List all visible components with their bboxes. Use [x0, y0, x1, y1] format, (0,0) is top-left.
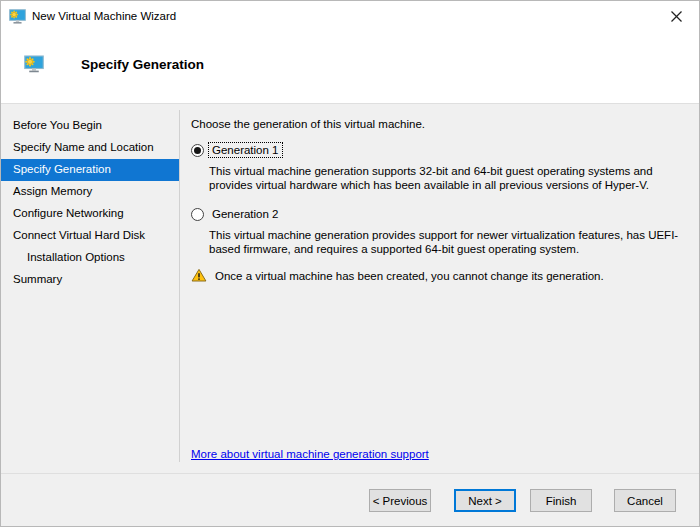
page-title: Specify Generation [81, 57, 204, 72]
close-icon [671, 11, 682, 22]
generation-1-label[interactable]: Generation 1 [209, 143, 282, 157]
wizard-footer: < Previous Next > Finish Cancel [1, 473, 699, 527]
generation-1-description: This virtual machine generation supports… [209, 165, 687, 192]
page-instruction: Choose the generation of this virtual ma… [191, 118, 687, 130]
sidebar-item-before-you-begin[interactable]: Before You Begin [1, 115, 179, 137]
generation-2-label[interactable]: Generation 2 [209, 207, 282, 221]
generation-2-radio[interactable] [191, 208, 204, 221]
app-icon [9, 8, 26, 25]
more-about-generation-link[interactable]: More about virtual machine generation su… [191, 448, 429, 460]
sidebar-item-configure-networking[interactable]: Configure Networking [1, 203, 179, 225]
sidebar-item-summary[interactable]: Summary [1, 269, 179, 291]
wizard-window: New Virtual Machine Wizard Specify Gener… [0, 0, 700, 527]
cancel-button[interactable]: Cancel [614, 489, 676, 512]
titlebar: New Virtual Machine Wizard [1, 1, 699, 31]
warning-text: Once a virtual machine has been created,… [215, 270, 604, 282]
close-button[interactable] [653, 1, 699, 31]
window-title: New Virtual Machine Wizard [32, 10, 176, 22]
generation-2-description: This virtual machine generation provides… [209, 229, 687, 256]
sidebar-item-connect-virtual-hard-disk[interactable]: Connect Virtual Hard Disk [1, 225, 179, 247]
sidebar-item-specify-name-and-location[interactable]: Specify Name and Location [1, 137, 179, 159]
wizard-steps-sidebar: Before You Begin Specify Name and Locati… [1, 110, 180, 462]
generation-1-option[interactable]: Generation 1 [191, 143, 687, 157]
previous-button[interactable]: < Previous [369, 489, 431, 512]
finish-button[interactable]: Finish [530, 489, 592, 512]
wizard-body: Before You Begin Specify Name and Locati… [1, 104, 699, 473]
generation-warning: Once a virtual machine has been created,… [191, 268, 687, 283]
wizard-page-icon [24, 54, 44, 74]
generation-1-radio[interactable] [191, 144, 204, 157]
sidebar-item-assign-memory[interactable]: Assign Memory [1, 181, 179, 203]
next-button[interactable]: Next > [454, 489, 516, 512]
generation-2-option[interactable]: Generation 2 [191, 207, 687, 221]
sidebar-item-installation-options[interactable]: Installation Options [1, 247, 179, 269]
warning-icon [191, 268, 207, 283]
sidebar-item-specify-generation[interactable]: Specify Generation [1, 159, 179, 181]
header-banner: Specify Generation [1, 31, 699, 104]
wizard-page-content: Choose the generation of this virtual ma… [180, 104, 699, 473]
